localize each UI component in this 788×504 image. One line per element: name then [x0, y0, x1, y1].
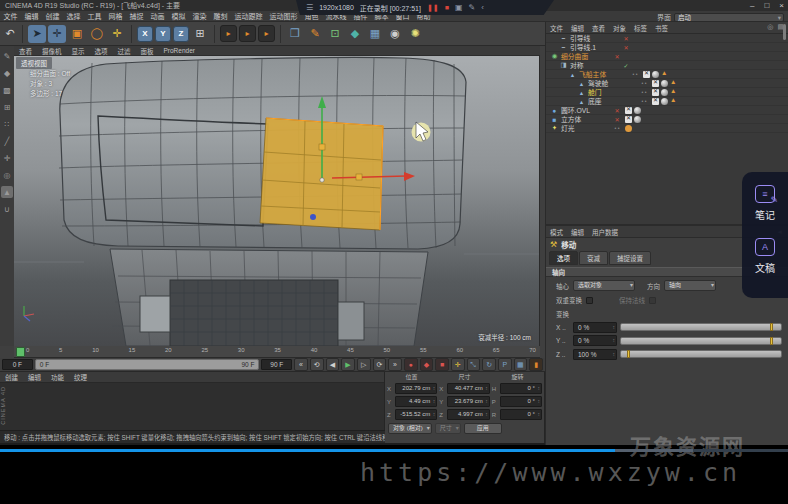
material-menu-item[interactable]: 编辑 [23, 372, 46, 382]
scrollbar[interactable] [783, 24, 786, 40]
play-forward-button[interactable]: ▶ [341, 358, 355, 371]
move-tool[interactable]: ✛ [48, 25, 66, 43]
menu-item[interactable]: 运动跟踪 [231, 11, 266, 21]
phong-tag-icon[interactable] [661, 98, 668, 105]
timeline-ruler[interactable]: 0510152025303540455055606570 [14, 346, 540, 358]
viewport-menu-item[interactable]: ProRender [159, 47, 200, 54]
visibility-dots[interactable] [611, 116, 623, 123]
visibility-dots[interactable] [620, 35, 632, 42]
workplane-mode-icon[interactable]: ⊞ [1, 101, 13, 113]
texture-tag-icon[interactable] [625, 107, 632, 114]
phong-tag-icon[interactable] [634, 107, 641, 114]
attribute-tab[interactable]: 选项 [549, 251, 578, 265]
menu-item[interactable]: 工具 [84, 11, 105, 21]
render-view-button[interactable]: ▸ [220, 25, 237, 42]
rotation-h-field[interactable]: 0 ° [500, 383, 542, 394]
viewport-menu-item[interactable]: 显示 [67, 46, 90, 56]
menu-item[interactable]: 编辑 [21, 11, 42, 21]
material-menu-item[interactable]: 纹理 [69, 372, 92, 382]
object-row[interactable]: 舱门 [546, 88, 788, 97]
object-manager-menu-item[interactable]: 标签 [630, 23, 651, 33]
record-parameter-toggle[interactable]: P [498, 358, 512, 371]
rotate-tool[interactable]: ◯ [88, 25, 106, 43]
viewport-menu-item[interactable]: 过滤 [113, 46, 136, 56]
slider-value-field[interactable]: 0 % [573, 322, 617, 333]
live-selection-tool[interactable]: ➤ [28, 25, 46, 43]
slider-thumb[interactable] [627, 350, 630, 358]
rotation-r-field[interactable]: 0 ° [500, 409, 542, 420]
phong-tag-icon[interactable] [652, 71, 659, 78]
visibility-dots[interactable] [638, 80, 650, 86]
edge-mode-icon[interactable]: ╱ [1, 135, 13, 147]
viewport-menu-item[interactable]: 摄像机 [37, 46, 67, 56]
frame-range-slider[interactable]: 0 F 90 F [35, 359, 260, 370]
visibility-dots[interactable] [611, 53, 623, 60]
attribute-tab[interactable]: 捕捉设置 [609, 251, 651, 265]
menu-item[interactable]: 网格 [105, 11, 126, 21]
position-x-field[interactable]: 202.79 cm [395, 383, 437, 394]
coordinate-system-toggle[interactable]: ⊞ [191, 25, 209, 43]
object-row[interactable]: 飞船主体 [546, 70, 788, 79]
perspective-viewport[interactable]: 透视视图 细分曲面 : Off对象 : 3多边形 : 17 衰减半径 : 100… [14, 56, 540, 346]
record-keyframe-button[interactable]: ● [404, 358, 418, 371]
viewport-menu-item[interactable]: 查看 [14, 46, 37, 56]
menu-item[interactable]: 雕刻 [210, 11, 231, 21]
add-cube-button[interactable]: ❒ [286, 25, 304, 43]
viewport-menu-item[interactable]: 选项 [90, 46, 113, 56]
menu-item[interactable]: 文件 [0, 11, 21, 21]
slider-value-field[interactable]: 0 % [573, 335, 617, 346]
make-editable-icon[interactable]: ✎ [1, 50, 13, 62]
attribute-menu-item[interactable]: 编辑 [567, 227, 588, 237]
transcript-button[interactable]: A 文稿 [755, 238, 775, 275]
double-transform-checkbox[interactable] [586, 297, 593, 304]
texture-tag-icon[interactable] [625, 125, 632, 132]
collapse-icon[interactable]: ‹ [481, 3, 484, 12]
menu-item[interactable]: 动画 [147, 11, 168, 21]
uvw-tag-icon[interactable] [670, 80, 677, 87]
axis-mode-icon[interactable]: ✛ [1, 152, 13, 164]
slider-thumb[interactable] [770, 323, 773, 331]
apply-button[interactable]: 应用 [464, 423, 502, 434]
minimize-button[interactable]: – [750, 0, 754, 11]
attribute-menu-item[interactable]: 模式 [546, 227, 567, 237]
size-y-field[interactable]: 23.679 cm [447, 396, 489, 407]
slider-track[interactable] [620, 350, 782, 358]
object-manager-menu-item[interactable]: 文件 [546, 23, 567, 33]
record-pla-toggle[interactable]: ▦ [514, 358, 528, 371]
prev-frame-button[interactable]: ◀ [326, 358, 340, 371]
texture-tag-icon[interactable] [652, 80, 659, 87]
menu-item[interactable]: 创建 [42, 11, 63, 21]
lock-x-axis[interactable]: X [137, 26, 153, 42]
point-mode-icon[interactable]: ∷ [1, 118, 13, 130]
undo-icon[interactable]: ↶ [3, 25, 17, 43]
lock-z-axis[interactable]: Z [173, 26, 189, 42]
size-z-field[interactable]: 4.997 cm [447, 409, 489, 420]
material-menu-item[interactable]: 功能 [46, 372, 69, 382]
add-subdivision-button[interactable]: ⊡ [326, 25, 344, 43]
add-light-button[interactable]: ✺ [406, 25, 424, 43]
menu-icon[interactable]: ☰ [306, 3, 313, 12]
timeline-mode-toggle[interactable]: ▮ [529, 358, 543, 371]
menu-item[interactable]: 运动图形 [266, 11, 301, 21]
visibility-dots[interactable] [620, 44, 632, 51]
polygon-mode-icon[interactable]: ▲ [1, 186, 13, 198]
prev-key-button[interactable]: ⟲ [310, 358, 324, 371]
record-scale-toggle[interactable]: ⤡ [467, 358, 481, 371]
render-region-button[interactable]: ▸ [239, 25, 256, 42]
slider-thumb[interactable] [770, 337, 773, 345]
add-deformer-button[interactable]: ▦ [366, 25, 384, 43]
object-manager-menu-item[interactable]: 对象 [609, 23, 630, 33]
camera-icon[interactable]: ▣ [455, 3, 463, 12]
menu-item[interactable]: 渲染 [189, 11, 210, 21]
menu-item[interactable]: 捕捉 [126, 11, 147, 21]
attribute-tab[interactable]: 衰减 [579, 251, 608, 265]
current-frame-field[interactable]: 0 F [2, 359, 33, 370]
record-rotation-toggle[interactable]: ↻ [482, 358, 496, 371]
object-manager-menu-item[interactable]: 书签 [651, 23, 672, 33]
next-frame-button[interactable]: ▷ [357, 358, 371, 371]
timeline-playhead[interactable] [16, 347, 25, 357]
visibility-dots[interactable] [638, 89, 650, 95]
position-z-field[interactable]: -515.52 cm [395, 409, 437, 420]
notes-button[interactable]: ≡ 笔记 [755, 185, 775, 222]
uvw-tag-icon[interactable] [661, 71, 668, 78]
